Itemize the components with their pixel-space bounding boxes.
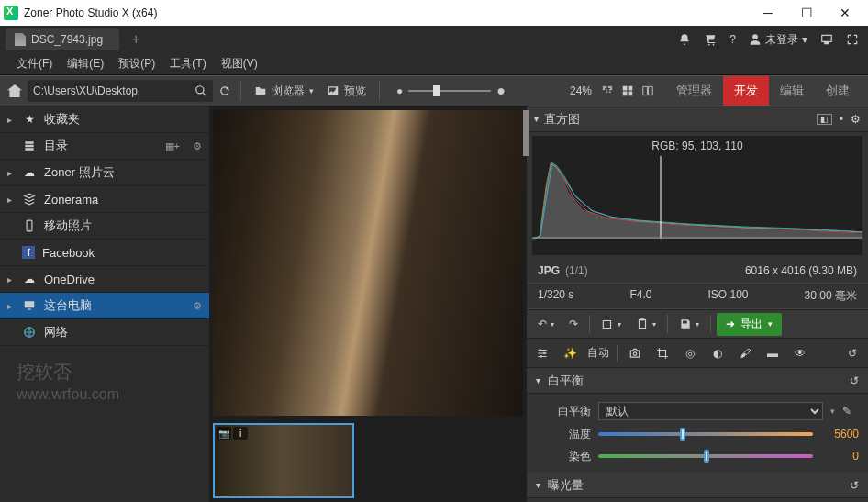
gear-icon[interactable]: ⚙ — [193, 140, 202, 152]
close-button[interactable]: ✕ — [826, 0, 864, 26]
auto-label[interactable]: 自动 — [587, 345, 609, 361]
undo-button[interactable]: ↶▾ — [532, 314, 560, 334]
home-icon[interactable] — [7, 84, 22, 97]
section-exposure[interactable]: ▾ 曝光量 ↺ — [527, 473, 868, 498]
document-tabbar: DSC_7943.jpg + ? 未登录 ▾ — [0, 26, 868, 53]
filter-tool-icon[interactable]: ◐ — [707, 343, 728, 363]
eye-tool-icon[interactable]: 👁 — [790, 343, 810, 363]
tint-slider[interactable] — [598, 454, 813, 458]
thumbnail[interactable]: 📷 i — [213, 423, 354, 498]
histogram-rgb-readout: RGB: 95, 103, 110 — [532, 136, 862, 156]
svg-point-2 — [28, 229, 29, 230]
fullscreen-icon[interactable] — [846, 33, 859, 46]
chevron-down-icon: ▾ — [536, 480, 540, 490]
path-input[interactable] — [33, 84, 195, 97]
preview-button[interactable]: 预览 — [323, 81, 370, 102]
compare-icon[interactable] — [641, 84, 654, 97]
svg-text:1:1: 1:1 — [606, 89, 612, 94]
menu-file[interactable]: 文件(F) — [9, 53, 60, 74]
fit-icon[interactable]: 1:1 — [601, 84, 614, 97]
main-image[interactable] — [213, 110, 523, 416]
cloud-icon: ☁ — [22, 166, 37, 179]
image-icon — [327, 84, 339, 97]
minimize-button[interactable]: ─ — [749, 0, 787, 26]
onedrive-icon: ☁ — [22, 273, 37, 285]
adjust-tool-icon[interactable] — [532, 343, 552, 363]
window-titlebar: Zoner Photo Studio X (x64) ─ ☐ ✕ — [0, 0, 868, 26]
brush-tool-icon[interactable]: 🖌 — [735, 343, 755, 363]
sidebar-item-favorites[interactable]: ▸ ★ 收藏夹 — [0, 106, 209, 133]
mode-create[interactable]: 创建 — [815, 76, 861, 106]
mode-edit[interactable]: 编辑 — [769, 76, 815, 106]
sidebar-item-network[interactable]: 网络 — [0, 319, 209, 346]
tint-value[interactable]: 0 — [820, 450, 859, 463]
reset-icon[interactable]: ↺ — [842, 343, 862, 363]
gradient-tool-icon[interactable]: ▬ — [762, 343, 783, 363]
watermark: 挖软否 www.wrfou.com — [0, 346, 209, 418]
zonerama-icon — [22, 193, 37, 206]
sidebar-item-zonerama[interactable]: ▸ Zonerama — [0, 186, 209, 213]
eyedropper-icon[interactable]: ✎ — [842, 405, 859, 418]
gear-icon[interactable]: ⚙ — [193, 300, 202, 312]
reset-icon[interactable]: ↺ — [850, 374, 859, 387]
sidebar-item-onedrive[interactable]: ▸ ☁ OneDrive — [0, 266, 209, 293]
app-logo-icon — [4, 6, 18, 20]
mobile-icon — [22, 219, 37, 232]
cart-icon[interactable] — [704, 33, 717, 46]
zoom-percent[interactable]: 24% — [570, 84, 592, 97]
browser-button[interactable]: 浏览器 ▾ — [250, 81, 317, 102]
search-icon[interactable] — [195, 84, 207, 97]
crop-tool-icon[interactable] — [652, 343, 673, 363]
menu-edit[interactable]: 编辑(E) — [60, 53, 111, 74]
wb-preset-select[interactable]: 默认 — [598, 402, 823, 420]
add-folder-icon[interactable]: ▦+ — [165, 140, 180, 152]
menubar: 文件(F) 编辑(E) 预设(P) 工具(T) 视图(V) — [0, 53, 868, 75]
sidebar-item-mobile[interactable]: 移动照片 — [0, 213, 209, 240]
tint-label: 染色 — [536, 449, 591, 464]
menu-tools[interactable]: 工具(T) — [162, 53, 213, 74]
mode-develop[interactable]: 开发 — [723, 76, 769, 106]
refresh-icon[interactable] — [218, 84, 231, 97]
temperature-value[interactable]: 5600 — [820, 428, 859, 441]
section-white-balance[interactable]: ▾ 白平衡 ↺ — [527, 368, 868, 394]
paste-settings-button[interactable]: ▾ — [630, 314, 662, 334]
zoom-in-icon[interactable]: ● — [496, 83, 506, 99]
camera-tool-icon[interactable] — [625, 343, 645, 363]
svg-point-9 — [633, 351, 637, 355]
clipping-toggle-icon[interactable]: ◧ — [817, 114, 832, 125]
export-button[interactable]: ➜导出▾ — [717, 313, 782, 336]
zoom-slider[interactable]: ● ● — [396, 83, 506, 99]
histogram-chart[interactable]: RGB: 95, 103, 110 — [532, 136, 862, 255]
histogram-header[interactable]: ▾ 直方图 ◧ • ⚙ — [527, 106, 868, 132]
document-tab[interactable]: DSC_7943.jpg — [6, 28, 119, 50]
screen-icon[interactable] — [820, 33, 833, 46]
heal-tool-icon[interactable]: ◎ — [680, 343, 700, 363]
copy-settings-button[interactable]: ▾ — [595, 314, 627, 334]
menu-view[interactable]: 视图(V) — [214, 53, 265, 74]
grid-icon[interactable] — [621, 84, 634, 97]
account-button[interactable]: 未登录 ▾ — [749, 32, 807, 48]
notifications-icon[interactable] — [678, 33, 691, 46]
mode-manager[interactable]: 管理器 — [665, 76, 723, 106]
temperature-slider[interactable] — [598, 432, 813, 436]
zoom-out-icon[interactable]: ● — [396, 84, 403, 97]
sidebar-item-catalog[interactable]: 目录 ▦+ ⚙ — [0, 133, 209, 160]
menu-presets[interactable]: 预设(P) — [111, 53, 162, 74]
redo-button[interactable]: ↷ — [563, 314, 584, 334]
path-field[interactable] — [28, 80, 213, 102]
svg-point-8 — [540, 355, 542, 357]
tool-row: ✨ 自动 ◎ ◐ 🖌 ▬ 👁 ↺ — [527, 339, 868, 368]
reset-icon[interactable]: ↺ — [850, 479, 859, 492]
magic-tool-icon[interactable]: ✨ — [560, 343, 580, 363]
add-tab-button[interactable]: + — [123, 28, 149, 50]
maximize-button[interactable]: ☐ — [787, 0, 826, 26]
sidebar-item-facebook[interactable]: f Facebook — [0, 240, 209, 266]
sidebar-item-this-pc[interactable]: ▸ 这台电脑 ⚙ — [0, 293, 209, 319]
save-button[interactable]: ▾ — [673, 314, 705, 334]
info-badge-icon: i — [233, 427, 248, 440]
sidebar-item-zoner-cloud[interactable]: ▸ ☁ Zoner 照片云 — [0, 160, 209, 186]
navigator-sidebar: ▸ ★ 收藏夹 目录 ▦+ ⚙ ▸ ☁ Zoner 照片云 ▸ Zonerama… — [0, 106, 209, 502]
help-icon[interactable]: ? — [729, 33, 736, 46]
develop-actionbar: ↶▾ ↷ ▾ ▾ ▾ ➜导出▾ — [527, 309, 868, 339]
gear-icon[interactable]: ⚙ — [851, 113, 861, 126]
